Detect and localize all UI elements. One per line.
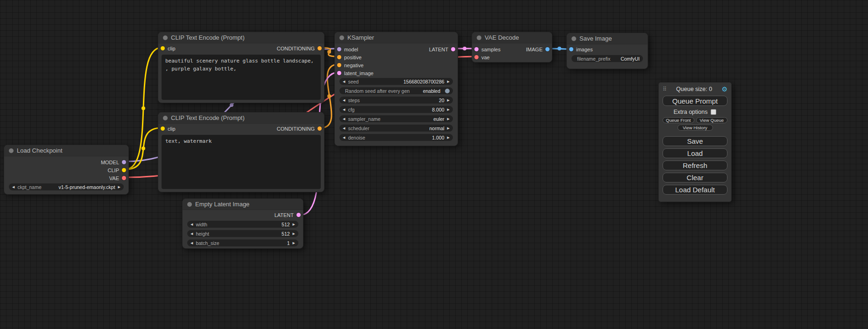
input-slot-vae[interactable]: vae <box>474 53 550 61</box>
node-ksampler[interactable]: KSampler model LATENT positive negative … <box>334 32 458 146</box>
output-slot-vae[interactable]: VAE <box>7 174 126 182</box>
output-slot-clip[interactable]: CLIP <box>7 166 126 174</box>
latent-slot-dot[interactable] <box>337 71 341 75</box>
node-title-bar[interactable]: CLIP Text Encode (Prompt) <box>158 32 324 43</box>
latent-slot-dot[interactable] <box>451 47 455 51</box>
node-canvas[interactable]: Load Checkpoint MODEL CLIP VAE ◀ ckpt_na… <box>0 0 868 329</box>
widget-width[interactable]: ◀ width 512 ▶ <box>187 221 298 228</box>
widget-height[interactable]: ◀ height 512 ▶ <box>187 230 298 237</box>
widget-batch-size[interactable]: ◀ batch_size 1 ▶ <box>187 239 298 246</box>
stepper-right-icon[interactable]: ▶ <box>447 97 450 104</box>
stepper-left-icon[interactable]: ◀ <box>343 125 345 132</box>
stepper-right-icon[interactable]: ▶ <box>447 106 450 113</box>
image-slot-dot[interactable] <box>545 47 550 51</box>
widget-seed[interactable]: ◀ seed 156680208700286 ▶ <box>339 78 453 85</box>
stepper-left-icon[interactable]: ◀ <box>191 221 193 228</box>
stepper-left-icon[interactable]: ◀ <box>191 239 193 246</box>
input-slot-positive[interactable]: positive <box>337 53 455 61</box>
extra-options-checkbox[interactable] <box>711 109 716 115</box>
node-title-bar[interactable]: CLIP Text Encode (Prompt) <box>158 112 324 124</box>
stepper-right-icon[interactable]: ▶ <box>447 115 450 122</box>
view-queue-button[interactable]: View Queue <box>696 117 728 123</box>
save-button[interactable]: Save <box>663 136 727 146</box>
link-midpoint-dot <box>327 50 331 54</box>
stepper-left-icon[interactable]: ◀ <box>343 78 345 85</box>
clip-slot-dot[interactable] <box>122 168 126 172</box>
node-vae-decode[interactable]: VAE Decode samples IMAGE vae <box>472 32 552 63</box>
widget-sampler-name[interactable]: ◀ sampler_name euler ▶ <box>339 115 453 122</box>
node-title: CLIP Text Encode (Prompt) <box>171 114 245 121</box>
node-clip-text-encode-negative[interactable]: CLIP Text Encode (Prompt) clip CONDITION… <box>158 112 325 192</box>
stepper-right-icon[interactable]: ▶ <box>118 183 120 190</box>
stepper-right-icon[interactable]: ▶ <box>447 78 450 85</box>
node-save-image[interactable]: Save Image images filename_prefix ComfyU… <box>566 33 648 69</box>
load-button[interactable]: Load <box>663 148 727 158</box>
conditioning-slot-dot[interactable] <box>337 63 341 67</box>
input-slot-negative[interactable]: negative <box>337 61 455 69</box>
widget-cfg[interactable]: ◀ cfg 8.000 ▶ <box>339 106 453 113</box>
vae-slot-dot[interactable] <box>474 55 479 59</box>
link-midpoint-dot <box>327 94 331 98</box>
toggle-dot-icon[interactable] <box>445 89 450 93</box>
image-slot-dot[interactable] <box>569 47 573 51</box>
widget-steps[interactable]: ◀ steps 20 ▶ <box>339 97 453 104</box>
refresh-button[interactable]: Refresh <box>663 161 727 170</box>
output-slot-latent[interactable]: LATENT <box>337 45 455 53</box>
stepper-left-icon[interactable]: ◀ <box>343 97 345 104</box>
clear-button[interactable]: Clear <box>663 173 727 182</box>
output-slot-latent[interactable]: LATENT <box>185 211 301 219</box>
input-slot-images[interactable]: images <box>569 45 645 53</box>
latent-slot-dot[interactable] <box>296 213 301 217</box>
widget-scheduler[interactable]: ◀ scheduler normal ▶ <box>339 125 453 132</box>
stepper-left-icon[interactable]: ◀ <box>343 134 345 141</box>
stepper-left-icon[interactable]: ◀ <box>191 230 193 237</box>
node-title-bar[interactable]: Save Image <box>567 33 648 44</box>
stepper-right-icon[interactable]: ▶ <box>447 134 450 141</box>
node-title-bar[interactable]: Empty Latent Image <box>183 199 303 210</box>
input-slot-latent-image[interactable]: latent_image <box>337 69 455 77</box>
load-default-button[interactable]: Load Default <box>663 185 727 195</box>
widget-denoise[interactable]: ◀ denoise 1.000 ▶ <box>339 134 453 141</box>
queue-prompt-button[interactable]: Queue Prompt <box>663 96 727 106</box>
widget-ckpt-name[interactable]: ◀ ckpt_name v1-5-pruned-emaonly.ckpt ▶ <box>9 183 124 190</box>
node-clip-text-encode-positive[interactable]: CLIP Text Encode (Prompt) clip CONDITION… <box>158 32 325 103</box>
node-title-bar[interactable]: VAE Decode <box>472 32 552 43</box>
view-history-button[interactable]: View History <box>677 125 713 131</box>
stepper-right-icon[interactable]: ▶ <box>293 230 295 237</box>
stepper-right-icon[interactable]: ▶ <box>293 239 295 246</box>
output-slot-conditioning[interactable]: CONDITIONING <box>161 125 322 133</box>
conditioning-slot-dot[interactable] <box>318 126 322 131</box>
node-title-bar[interactable]: Load Checkpoint <box>4 145 128 156</box>
queue-menu-panel[interactable]: ⠿ Queue size: 0 ⚙ Queue Prompt Extra opt… <box>658 82 732 202</box>
model-slot-dot[interactable] <box>122 160 126 164</box>
collapse-dot-icon[interactable] <box>9 148 14 153</box>
prompt-textarea[interactable]: text, watermark <box>162 135 321 189</box>
stepper-left-icon[interactable]: ◀ <box>12 183 14 190</box>
stepper-left-icon[interactable]: ◀ <box>343 115 345 122</box>
widget-random-seed-toggle[interactable]: Random seed after every gen enabled <box>339 87 453 94</box>
vae-slot-dot[interactable] <box>122 176 126 180</box>
collapse-dot-icon[interactable] <box>477 35 481 40</box>
conditioning-slot-dot[interactable] <box>318 46 322 50</box>
output-slot-image[interactable]: IMAGE <box>474 45 550 53</box>
collapse-dot-icon[interactable] <box>163 35 168 40</box>
settings-gear-icon[interactable]: ⚙ <box>721 85 727 93</box>
stepper-right-icon[interactable]: ▶ <box>447 125 450 132</box>
node-empty-latent-image[interactable]: Empty Latent Image LATENT ◀ width 512 ▶ … <box>182 198 303 249</box>
collapse-dot-icon[interactable] <box>572 36 576 41</box>
collapse-dot-icon[interactable] <box>163 116 168 120</box>
queue-front-button[interactable]: Queue Front <box>663 117 694 123</box>
output-slot-model[interactable]: MODEL <box>7 158 126 166</box>
node-load-checkpoint[interactable]: Load Checkpoint MODEL CLIP VAE ◀ ckpt_na… <box>4 145 129 195</box>
slot-label: negative <box>344 63 364 68</box>
prompt-textarea[interactable]: beautiful scenery nature glass bottle la… <box>162 55 321 100</box>
drag-handle-icon[interactable]: ⠿ <box>663 86 667 92</box>
stepper-right-icon[interactable]: ▶ <box>293 221 295 228</box>
node-title-bar[interactable]: KSampler <box>335 32 458 43</box>
collapse-dot-icon[interactable] <box>187 202 192 207</box>
widget-filename-prefix[interactable]: filename_prefix ComfyUI <box>572 55 643 62</box>
output-slot-conditioning[interactable]: CONDITIONING <box>161 44 322 52</box>
conditioning-slot-dot[interactable] <box>337 55 341 59</box>
collapse-dot-icon[interactable] <box>339 35 344 40</box>
stepper-left-icon[interactable]: ◀ <box>343 106 345 113</box>
